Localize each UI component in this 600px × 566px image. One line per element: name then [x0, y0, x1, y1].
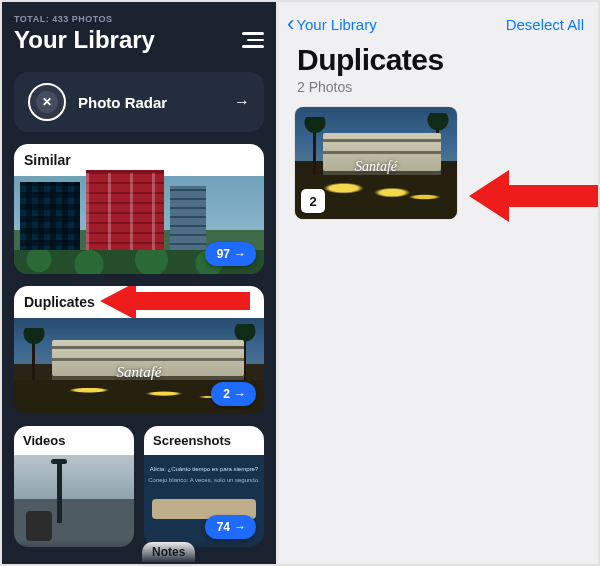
menu-icon[interactable]: [240, 32, 264, 48]
annotation-arrow-icon: [469, 168, 599, 228]
card-similar[interactable]: Similar 97 →: [14, 144, 264, 274]
card-duplicates-header: Duplicates: [14, 286, 264, 318]
photo-radar-left: ✕ Photo Radar: [28, 83, 167, 121]
image-sign-text: Santafé: [117, 364, 162, 381]
card-similar-count: 97: [217, 247, 230, 261]
arrow-right-icon: →: [234, 520, 246, 534]
back-label: Your Library: [296, 16, 376, 33]
library-screen: TOTAL: 433 PHOTOS Your Library ✕ Photo R…: [2, 2, 276, 564]
screenshot-caption-1: Alicia: ¿Cuánto tiempo es para siempre?: [144, 466, 264, 472]
card-duplicates-count: 2: [223, 387, 230, 401]
photo-radar-close-circle[interactable]: ✕: [28, 83, 66, 121]
card-duplicates[interactable]: Duplicates Santafé 2 →: [14, 286, 264, 414]
duplicates-title: Duplicates: [297, 43, 580, 77]
duplicates-subtitle: 2 Photos: [297, 79, 580, 95]
library-title: Your Library: [14, 26, 155, 54]
card-videos-title: Videos: [23, 433, 65, 448]
card-duplicates-title: Duplicates: [24, 294, 95, 310]
chevron-left-icon: ‹: [287, 16, 294, 31]
arrow-right-icon: →: [234, 93, 250, 111]
duplicates-detail-screen: ‹ Your Library Deselect All Duplicates 2…: [276, 2, 598, 564]
card-screenshots-count: 74: [217, 520, 230, 534]
duplicates-title-block: Duplicates 2 Photos: [279, 39, 598, 97]
card-videos-header: Videos: [14, 426, 134, 455]
back-button[interactable]: ‹ Your Library: [287, 16, 377, 33]
card-screenshots-image: Alicia: ¿Cuánto tiempo es para siempre? …: [144, 455, 264, 547]
card-similar-image: 97 →: [14, 176, 264, 274]
card-screenshots-count-pill[interactable]: 74 →: [205, 515, 256, 539]
screenshot-caption-2: Conejo blanco: A veces, solo un segundo.: [144, 477, 264, 483]
svg-marker-1: [469, 170, 599, 222]
card-videos[interactable]: Videos: [14, 426, 134, 547]
image-sign-text: Santafé: [355, 159, 397, 175]
photo-radar-bar[interactable]: ✕ Photo Radar →: [14, 72, 264, 132]
nav-bar: ‹ Your Library Deselect All: [279, 2, 598, 39]
total-photos-label: TOTAL: 433 PHOTOS: [14, 14, 264, 24]
card-screenshots-title: Screenshots: [153, 433, 231, 448]
card-similar-count-pill[interactable]: 97 →: [205, 242, 256, 266]
arrow-right-icon: →: [234, 247, 246, 261]
duplicate-group-thumb[interactable]: Santafé 2: [295, 107, 457, 219]
bottom-fade: [2, 540, 276, 564]
card-videos-image: [14, 455, 134, 547]
duplicate-count-badge: 2: [301, 189, 325, 213]
card-similar-title: Similar: [24, 152, 71, 168]
deselect-all-button[interactable]: Deselect All: [506, 16, 584, 33]
bottom-card-row: Videos Screenshots Alicia: ¿Cuánto tiemp…: [14, 426, 264, 547]
close-icon[interactable]: ✕: [36, 91, 58, 113]
library-header: Your Library: [14, 26, 264, 54]
card-screenshots[interactable]: Screenshots Alicia: ¿Cuánto tiempo es pa…: [144, 426, 264, 547]
card-screenshots-header: Screenshots: [144, 426, 264, 455]
svg-marker-0: [100, 286, 250, 320]
photo-radar-label: Photo Radar: [78, 94, 167, 111]
arrow-right-icon: →: [234, 387, 246, 401]
card-duplicates-count-pill[interactable]: 2 →: [211, 382, 256, 406]
card-duplicates-image: Santafé 2 →: [14, 318, 264, 414]
